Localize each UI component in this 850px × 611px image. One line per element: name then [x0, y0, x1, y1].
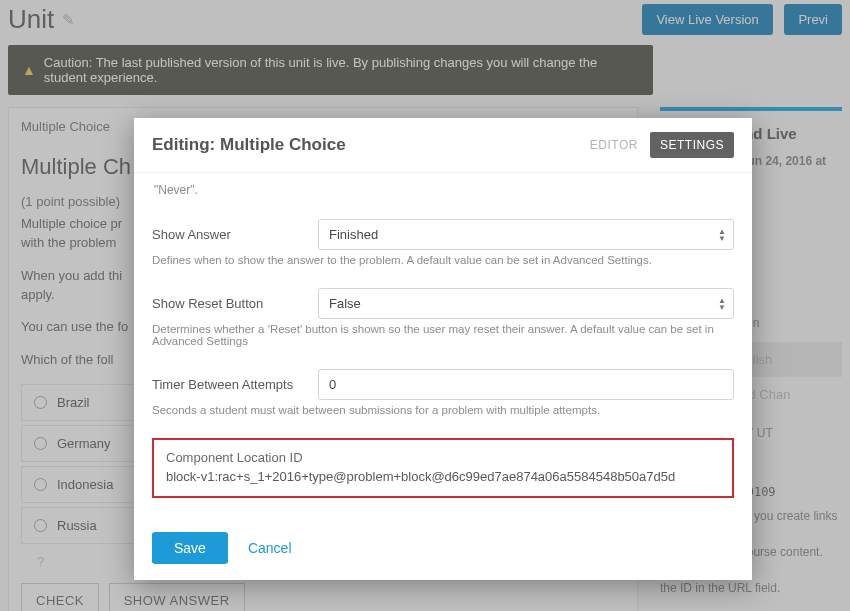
tab-settings[interactable]: SETTINGS — [650, 132, 734, 158]
component-location-box: Component Location ID block-v1:rac+s_1+2… — [152, 438, 734, 498]
timer-help: Seconds a student must wait between subm… — [152, 404, 734, 416]
timer-input[interactable] — [318, 369, 734, 400]
component-location-label: Component Location ID — [166, 450, 720, 465]
component-location-id: block-v1:rac+s_1+2016+type@problem+block… — [166, 469, 720, 484]
show-answer-help: Defines when to show the answer to the p… — [152, 254, 734, 266]
show-answer-select[interactable]: Finished — [318, 219, 734, 250]
modal-title: Editing: Multiple Choice — [152, 135, 346, 155]
show-answer-label: Show Answer — [152, 227, 302, 242]
cancel-button[interactable]: Cancel — [248, 540, 292, 556]
prev-help-fragment: "Never". — [154, 183, 734, 197]
settings-modal: Editing: Multiple Choice EDITOR SETTINGS… — [134, 118, 752, 580]
show-reset-select[interactable]: False — [318, 288, 734, 319]
timer-label: Timer Between Attempts — [152, 377, 302, 392]
tab-editor[interactable]: EDITOR — [590, 138, 638, 152]
show-reset-label: Show Reset Button — [152, 296, 302, 311]
save-button[interactable]: Save — [152, 532, 228, 564]
show-reset-help: Determines whether a 'Reset' button is s… — [152, 323, 734, 347]
